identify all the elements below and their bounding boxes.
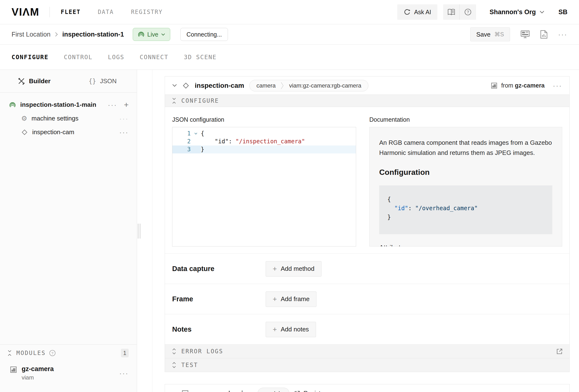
nav-item-registry[interactable]: REGISTRY bbox=[131, 9, 163, 15]
tab-control[interactable]: CONTROL bbox=[64, 54, 92, 61]
test-bar[interactable]: TEST bbox=[165, 358, 569, 372]
org-switcher[interactable]: Shannon's Org bbox=[490, 8, 544, 16]
module-tag-pill: module bbox=[258, 388, 290, 392]
modules-count-badge: 1 bbox=[121, 349, 129, 357]
help-group: ? bbox=[443, 4, 476, 20]
machine-bar-actions: Save ⌘S ··· bbox=[470, 27, 568, 41]
connecting-status-button[interactable]: Connecting... bbox=[180, 28, 228, 41]
builder-mode-label: Builder bbox=[29, 78, 51, 85]
module-card-title: gz-camera by viam bbox=[193, 390, 253, 392]
component-more-menu[interactable]: ··· bbox=[553, 82, 562, 89]
pill-divider bbox=[281, 81, 284, 90]
plus-icon: + bbox=[273, 326, 277, 333]
ask-ai-label: Ask AI bbox=[414, 9, 431, 16]
save-shortcut: ⌘S bbox=[494, 31, 504, 38]
component-card-header: inspection-cam camera viam:gz-camera:rgb… bbox=[165, 77, 569, 94]
help-icon: ? bbox=[464, 8, 472, 16]
tab-configure[interactable]: CONFIGURE bbox=[11, 54, 48, 61]
tree-item-machine-settings[interactable]: ⚙ machine settings ··· bbox=[0, 112, 137, 125]
live-status-label: Live bbox=[147, 31, 158, 38]
configure-section-content: JSON configuration 1 { 2 bbox=[165, 107, 569, 253]
component-diamond-icon bbox=[21, 129, 28, 136]
tree-item-main-part[interactable]: inspection-station-1-main ··· + bbox=[0, 98, 137, 112]
module-card-gz-camera: gz-camera by viam module Registry bbox=[165, 384, 570, 392]
add-component-button[interactable]: + bbox=[124, 100, 129, 109]
save-button[interactable]: Save ⌘S bbox=[470, 27, 510, 41]
external-link-icon bbox=[294, 391, 300, 392]
tab-3d-scene[interactable]: 3D SCENE bbox=[184, 54, 217, 61]
documentation-button[interactable] bbox=[443, 4, 459, 20]
module-icon bbox=[182, 390, 189, 392]
fold-chevron-icon[interactable] bbox=[191, 130, 201, 138]
doc-description: An RGB camera component that reads image… bbox=[379, 138, 552, 158]
inspection-cam-more-menu[interactable]: ··· bbox=[119, 129, 129, 136]
nav-item-data[interactable]: DATA bbox=[98, 9, 114, 15]
top-nav: VIΛM FLEET DATA REGISTRY Ask AI bbox=[0, 0, 579, 24]
collapse-icon bbox=[172, 98, 176, 104]
modules-panel: MODULES ? 1 bbox=[0, 344, 137, 392]
json-config-editor[interactable]: 1 { 2 "id": "/inspection_camera" bbox=[172, 127, 356, 246]
machine-tabs: CONFIGURE CONTROL LOGS CONNECT 3D SCENE bbox=[0, 45, 579, 70]
data-capture-section: Data capture + Add method bbox=[165, 253, 569, 284]
frame-section: Frame + Add frame bbox=[165, 284, 569, 314]
machine-monitor-icon[interactable] bbox=[520, 30, 530, 38]
add-method-button[interactable]: + Add method bbox=[266, 261, 321, 277]
from-module-label: from gz-camera bbox=[491, 82, 545, 89]
machine-more-menu[interactable]: ··· bbox=[558, 31, 568, 38]
configure-section-bar[interactable]: CONFIGURE bbox=[165, 94, 569, 107]
component-diamond-icon bbox=[182, 82, 190, 89]
machine-report-icon[interactable] bbox=[540, 30, 548, 39]
editor-line: 2 "id": "/inspection_camera" bbox=[172, 138, 356, 146]
gear-icon: ⚙ bbox=[21, 115, 27, 122]
documentation-panel[interactable]: An RGB camera component that reads image… bbox=[369, 127, 562, 246]
help-button[interactable]: ? bbox=[460, 4, 476, 20]
component-card-inspection-cam: inspection-cam camera viam:gz-camera:rgb… bbox=[165, 76, 570, 372]
machine-settings-more-menu[interactable]: ··· bbox=[119, 115, 129, 122]
builder-mode-button[interactable]: Builder bbox=[0, 78, 69, 85]
modules-help-icon[interactable]: ? bbox=[49, 350, 56, 356]
nav-item-fleet[interactable]: FLEET bbox=[61, 9, 80, 15]
breadcrumb-machine-name: inspection-station-1 bbox=[62, 31, 124, 38]
add-frame-button[interactable]: + Add frame bbox=[266, 292, 316, 307]
doc-attributes-heading: Attributes bbox=[379, 244, 552, 246]
add-notes-button[interactable]: + Add notes bbox=[266, 322, 316, 337]
error-logs-bar[interactable]: ERROR LOGS bbox=[165, 344, 569, 358]
expand-icon bbox=[172, 362, 176, 368]
user-avatar[interactable]: SB bbox=[558, 8, 568, 16]
tab-logs[interactable]: LOGS bbox=[108, 54, 124, 61]
main-part-more-menu[interactable]: ··· bbox=[108, 101, 117, 108]
svg-text:?: ? bbox=[52, 351, 53, 355]
json-config-column: JSON configuration 1 { 2 bbox=[172, 116, 356, 253]
registry-link[interactable]: Registry bbox=[294, 390, 326, 392]
ask-ai-button[interactable]: Ask AI bbox=[397, 4, 437, 20]
builder-tools-icon bbox=[18, 78, 25, 85]
component-name: inspection-cam bbox=[195, 82, 244, 89]
tab-connect[interactable]: CONNECT bbox=[140, 54, 168, 61]
chevron-down-icon bbox=[540, 10, 544, 14]
module-list-item[interactable]: gz-camera viam ··· bbox=[0, 361, 137, 381]
breadcrumb-location[interactable]: First Location bbox=[11, 31, 51, 38]
data-capture-label: Data capture bbox=[172, 265, 266, 273]
config-sidebar: Builder {} JSON inspection bbox=[0, 70, 137, 392]
chevron-down-icon[interactable] bbox=[172, 84, 177, 87]
json-braces-icon: {} bbox=[88, 78, 96, 85]
editor-line-active: 3 } bbox=[172, 146, 356, 154]
live-status-dropdown[interactable]: Live bbox=[133, 28, 170, 41]
tree-item-inspection-cam[interactable]: inspection-cam ··· bbox=[0, 125, 137, 139]
json-mode-button[interactable]: {} JSON bbox=[69, 78, 137, 85]
test-title: TEST bbox=[181, 362, 198, 368]
book-icon bbox=[447, 9, 455, 15]
module-card-more-menu[interactable]: ··· bbox=[553, 390, 562, 392]
expand-icon bbox=[172, 348, 176, 354]
plus-icon: + bbox=[273, 296, 277, 303]
plus-icon: + bbox=[273, 265, 277, 272]
sidebar-resize-handle[interactable] bbox=[138, 224, 141, 238]
open-logs-external-icon[interactable] bbox=[556, 348, 563, 354]
module-more-menu[interactable]: ··· bbox=[119, 370, 129, 377]
modules-header[interactable]: MODULES ? 1 bbox=[0, 345, 137, 361]
breadcrumb-chevron-icon bbox=[55, 32, 58, 37]
sidebar-resizer bbox=[137, 70, 152, 392]
top-nav-right: Ask AI bbox=[397, 4, 568, 20]
documentation-column: Documentation An RGB camera component th… bbox=[369, 116, 562, 253]
configure-section-title: CONFIGURE bbox=[181, 97, 219, 104]
